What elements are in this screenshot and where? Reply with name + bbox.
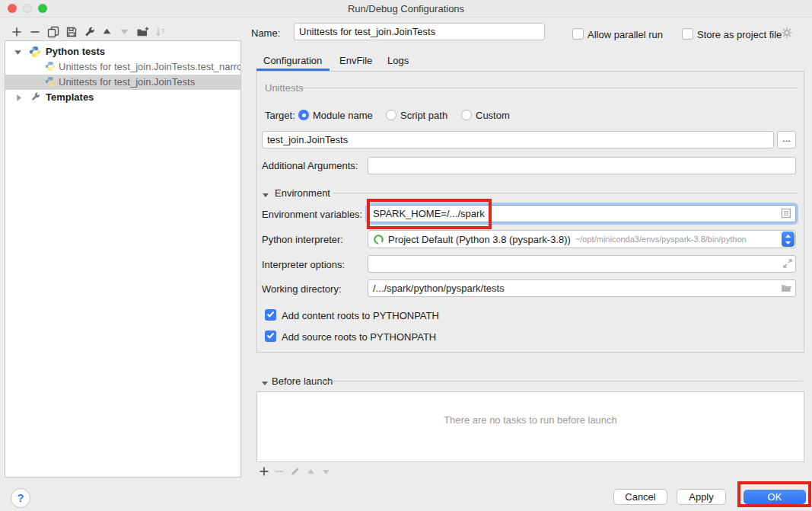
name-input[interactable] [294,23,545,40]
save-configuration-icon[interactable] [65,26,78,39]
add-source-roots-checkbox[interactable] [265,331,276,342]
section-divider [333,193,798,193]
working-directory-input[interactable] [368,279,796,297]
name-label: Name: [251,27,280,39]
edit-templates-icon[interactable] [84,26,97,39]
allow-parallel-run-checkbox[interactable] [572,28,584,40]
python-test-icon [45,61,56,76]
edit-variables-icon[interactable] [781,208,791,219]
tree-item-label: Unittests for test_join.JoinTests.test_n… [59,59,241,75]
group-divider [291,88,798,88]
before-launch-task-list: There are no tasks to run before launch [256,391,804,462]
tree-item-label: Python tests [46,44,105,59]
gear-icon[interactable] [781,27,793,41]
cancel-button[interactable]: Cancel [613,489,667,505]
section-divider [315,381,803,382]
target-script-path-label[interactable]: Script path [400,110,447,121]
conda-environment-icon [373,234,384,245]
store-as-project-file-label[interactable]: Store as project file [697,29,782,40]
expand-field-icon[interactable] [782,258,793,269]
wrench-icon [30,91,41,107]
dropdown-stepper-icon[interactable] [782,232,794,247]
interpreter-path: ~/opt/miniconda3/envs/pyspark-3.8/bin/py… [575,235,747,244]
browse-folder-icon[interactable] [781,283,791,293]
collapsed-twisty-icon[interactable] [14,91,24,101]
tree-item-unittests-join-selected[interactable]: Unittests for test_join.JoinTests [5,75,240,90]
expanded-twisty-icon[interactable] [14,46,23,55]
additional-arguments-label: Additional Arguments: [262,160,358,171]
allow-parallel-run-label[interactable]: Allow parallel run [588,29,663,40]
move-task-up-icon [306,467,316,479]
target-label: Target: [265,110,295,121]
add-task-icon[interactable] [259,466,269,479]
tab-configuration[interactable]: Configuration [263,55,322,66]
tab-logs[interactable]: Logs [387,55,409,66]
additional-arguments-input[interactable] [368,157,796,174]
edit-task-icon [290,466,301,479]
sort-configurations-icon [154,26,167,39]
interpreter-options-input[interactable] [368,255,796,273]
store-as-project-file-checkbox[interactable] [682,28,693,40]
apply-button[interactable]: Apply [677,489,726,505]
title-bar: Run/Debug Configurations [0,0,812,18]
working-directory-label: Working directory: [262,283,342,295]
move-down-icon [119,26,132,39]
target-script-path-radio[interactable] [386,110,396,120]
interpreter-value: Project Default (Python 3.8 (pyspark-3.8… [388,234,571,245]
environment-variables-label: Environment variables: [262,209,362,220]
move-up-icon[interactable] [101,26,114,39]
python-interpreter-label: Python interpreter: [262,234,343,245]
environment-variables-input[interactable] [368,205,796,222]
add-content-roots-label[interactable]: Add content roots to PYTHONPATH [282,310,439,321]
before-launch-collapse-icon[interactable] [261,378,269,389]
no-tasks-message: There are no tasks to run before launch [257,414,804,426]
copy-configuration-icon[interactable] [47,26,60,39]
add-source-roots-label[interactable]: Add source roots to PYTHONPATH [282,331,436,343]
ok-button[interactable]: OK [744,490,806,504]
interpreter-options-label: Interpreter options: [262,259,345,270]
configurations-tree: Python tests Unittests for test_join.Joi… [5,40,241,477]
python-interpreter-select[interactable]: Project Default (Python 3.8 (pyspark-3.8… [368,230,796,248]
tree-item-unittests-narrow[interactable]: Unittests for test_join.JoinTests.test_n… [5,59,240,75]
tree-item-label: Templates [46,90,94,105]
browse-module-button[interactable]: ... [777,131,796,149]
move-task-down-icon [321,467,331,479]
tab-envfile[interactable]: EnvFile [339,55,372,66]
module-name-input[interactable] [262,131,774,149]
help-button[interactable]: ? [11,488,30,508]
python-test-icon [45,76,56,91]
target-module-name-radio[interactable] [298,110,309,120]
environment-section-title[interactable]: Environment [275,187,330,199]
remove-configuration-icon[interactable] [29,26,42,39]
tree-item-label: Unittests for test_join.JoinTests [59,75,195,90]
add-content-roots-checkbox[interactable] [265,309,276,321]
environment-collapse-icon[interactable] [262,190,269,201]
tree-item-templates[interactable]: Templates [5,90,240,105]
tree-item-python-tests[interactable]: Python tests [5,44,240,59]
window-title: Run/Debug Configurations [0,3,812,14]
new-folder-icon[interactable] [136,26,149,39]
target-custom-radio[interactable] [461,110,472,120]
selected-tab-underline [256,69,330,71]
run-debug-configurations-dialog: Run/Debug Configurations Pytho [0,0,812,511]
remove-task-icon [274,466,285,479]
target-module-name-label[interactable]: Module name [313,110,373,121]
add-configuration-icon[interactable] [11,26,24,39]
target-custom-label[interactable]: Custom [476,110,510,121]
